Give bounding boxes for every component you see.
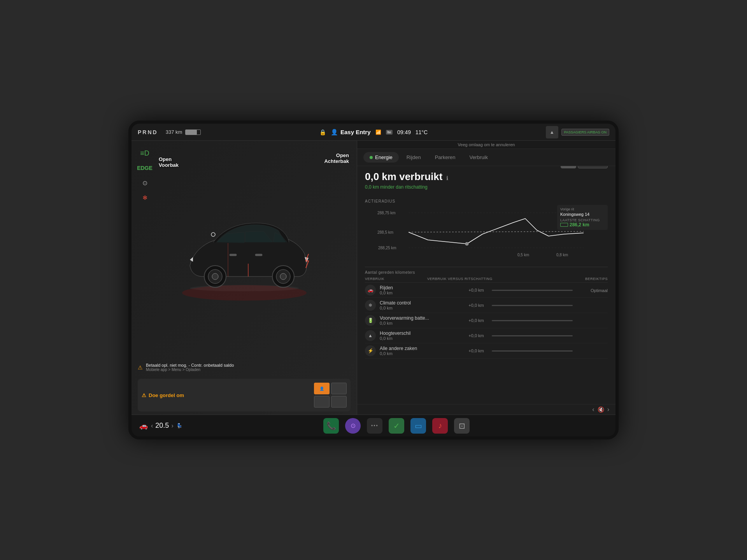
warning-section: ⚠ Betaald opl. niet mog. - Contr. onbeta… xyxy=(132,359,357,376)
open-achterbak-label[interactable]: Open Achterbak xyxy=(324,152,349,164)
swipe-hint: Veeg omlaag om te annuleren xyxy=(357,141,615,149)
phone-icon: 📞 xyxy=(326,421,336,430)
andere-icon: ⚡ xyxy=(365,345,376,356)
left-panel: ≡D EDGE ⊙ ❄ Open Voorbak xyxy=(132,141,357,415)
stat-info-batterij: Voorverwarming batte... 0,0 km xyxy=(380,315,461,326)
tab-rijden[interactable]: Rijden xyxy=(400,152,427,163)
status-center: 🔒 👤 Easy Entry 📶 lte 09:49 11°C xyxy=(319,129,428,136)
seat-heating-icon: 💺 xyxy=(177,423,182,429)
card-app-button[interactable]: ▭ xyxy=(410,418,426,434)
car-icon: 🚗 xyxy=(139,422,148,430)
autopilot-app-button[interactable]: ⊙ xyxy=(345,418,361,434)
wifi-icon: 📶 xyxy=(375,130,381,135)
temp-decrease-button[interactable]: ‹ xyxy=(151,422,153,429)
stat-row-rijden: 🚗 Rijden 0,0 km +0,0 km Optimaal xyxy=(365,283,608,298)
info-icon[interactable]: ℹ xyxy=(446,175,448,181)
km-header: 0,0 km verbruikt ℹ xyxy=(365,171,608,183)
tab-verbruik[interactable]: Verbruik xyxy=(463,152,494,163)
payment-warning: ⚠ Betaald opl. niet mog. - Contr. onbeta… xyxy=(138,363,351,372)
lte-badge: lte xyxy=(386,130,393,135)
range-bar-fill xyxy=(186,130,197,135)
svg-rect-8 xyxy=(255,254,262,256)
tasks-app-button[interactable]: ✓ xyxy=(389,418,404,434)
stat-info-andere: Alle andere zaken 0,0 km xyxy=(380,346,461,356)
km-main-value: 0,0 km verbruikt xyxy=(365,171,442,183)
range-bar xyxy=(185,130,201,135)
tab-parkeren[interactable]: Parkeren xyxy=(429,152,462,163)
svg-point-6 xyxy=(280,273,286,280)
climate-icon: ❄ xyxy=(365,300,376,311)
seatbelt-warning: ⚠ Doe gordel om xyxy=(142,392,184,398)
time-display: 09:49 11°C xyxy=(397,129,428,135)
easy-entry-label: 👤 Easy Entry xyxy=(331,129,371,136)
nav-left-arrow[interactable]: ‹ xyxy=(592,406,594,413)
car-svg xyxy=(170,203,318,304)
nav-map-icon[interactable]: ▲ xyxy=(546,126,558,138)
svg-text:288,75 km: 288,75 km xyxy=(377,211,396,215)
status-bar: PRND 337 km 🔒 👤 Easy Entry 📶 lte 09:49 1… xyxy=(132,124,615,141)
person-icon: 👤 xyxy=(331,129,338,136)
range-info: 337 km xyxy=(166,129,182,135)
temp-control: ‹ 20.5 › xyxy=(151,422,174,430)
right-panel: Veeg omlaag om te annuleren Energie Rijd… xyxy=(357,141,615,415)
nominaal-button[interactable]: Nominaal xyxy=(578,166,608,168)
main-content: ≡D EDGE ⊙ ❄ Open Voorbak xyxy=(132,141,615,415)
stat-row-andere: ⚡ Alle andere zaken 0,0 km +0,0 km xyxy=(365,343,608,359)
cameras-icon: ⊡ xyxy=(459,421,465,430)
chart-area: 288,75 km 288,5 km 288,25 km xyxy=(365,205,608,267)
menu-app-button[interactable]: ••• xyxy=(367,418,382,434)
stat-info-rijden: Rijden 0,0 km xyxy=(380,285,461,295)
status-right: ▲ PASSAGIERS AIRBAG ON xyxy=(546,126,609,138)
music-icon: ♪ xyxy=(438,421,442,430)
open-voorbak-label[interactable]: Open Voorbak xyxy=(159,156,179,168)
autopilot-icon: ⊙ xyxy=(351,422,356,429)
energy-content: Rit Nominaal 0,0 km verbruikt ℹ 0,0 km m… xyxy=(357,166,615,404)
cameras-app-button[interactable]: ⊡ xyxy=(454,418,470,434)
rijden-icon: 🚗 xyxy=(365,285,376,296)
svg-text:0,5 km: 0,5 km xyxy=(517,253,529,257)
verbruik-header: VERBRUIK xyxy=(365,277,427,281)
seat-front-left: 👤 xyxy=(314,383,330,394)
tab-dot-icon xyxy=(370,156,373,159)
stat-info-hoogte: Hoogteverschil 0,0 km xyxy=(380,331,461,341)
card-icon: ▭ xyxy=(415,421,422,430)
temp-increase-button[interactable]: › xyxy=(171,422,173,429)
stat-row-hoogte: ▲ Hoogteverschil 0,0 km +0,0 km xyxy=(365,328,608,343)
laatste-schatting-label: LAATSTE SCHATTING xyxy=(560,218,605,222)
seat-rear-right xyxy=(331,396,347,408)
svg-point-3 xyxy=(212,273,218,280)
nav-right-arrow[interactable]: › xyxy=(607,406,609,413)
volume-control[interactable]: 🔇 xyxy=(598,406,604,413)
km-sub-text: 0,0 km minder dan ritschatting xyxy=(365,184,608,190)
car-temp-section: 🚗 ‹ 20.5 › 💺 xyxy=(139,422,182,430)
right-panel-nav: ‹ 🔇 › xyxy=(357,404,615,415)
seat-front-right xyxy=(331,383,347,394)
taskbar: 🚗 ‹ 20.5 › 💺 📞 ⊙ ••• ✓ ▭ xyxy=(132,415,615,436)
warning-sub: Mobiele app > Menu > Opladen xyxy=(146,368,234,372)
svg-point-19 xyxy=(465,242,468,245)
trip-buttons: Rit Nominaal xyxy=(561,166,608,168)
battery-icon xyxy=(560,223,568,227)
svg-point-9 xyxy=(211,233,215,236)
prnd-text: PRND xyxy=(138,129,158,135)
phone-app-button[interactable]: 📞 xyxy=(323,418,339,434)
music-app-button[interactable]: ♪ xyxy=(432,418,448,434)
check-icon: ✓ xyxy=(393,421,400,430)
seat-diagram: 👤 xyxy=(314,383,347,408)
stats-section: Aantal gereden kilometers VERBRUIK VERBR… xyxy=(365,270,608,359)
stat-info-climate: Climate control 0,0 km xyxy=(380,300,461,310)
menu-dots-icon: ••• xyxy=(371,423,379,429)
batterij-icon: 🔋 xyxy=(365,315,376,326)
svg-text:0,8 km: 0,8 km xyxy=(556,253,568,257)
vorige-rit-panel: Vorige rit Koningsweg 14 LAATSTE SCHATTI… xyxy=(557,205,608,230)
seatbelt-area: ⚠ Doe gordel om 👤 xyxy=(138,379,351,411)
tab-energie[interactable]: Energie xyxy=(363,152,399,163)
laatste-schatting-value: 286,2 km xyxy=(560,222,605,228)
svg-text:288,25 km: 288,25 km xyxy=(378,246,396,250)
vorige-rit-title: Vorige rit xyxy=(560,207,605,211)
svg-text:288,5 km: 288,5 km xyxy=(377,230,393,234)
warning-text: Betaald opl. niet mog. - Contr. onbetaal… xyxy=(146,363,234,368)
temp-value: 20.5 xyxy=(155,422,169,430)
taskbar-apps: 📞 ⊙ ••• ✓ ▭ ♪ ⊡ xyxy=(323,418,470,434)
rit-button[interactable]: Rit xyxy=(561,166,577,168)
